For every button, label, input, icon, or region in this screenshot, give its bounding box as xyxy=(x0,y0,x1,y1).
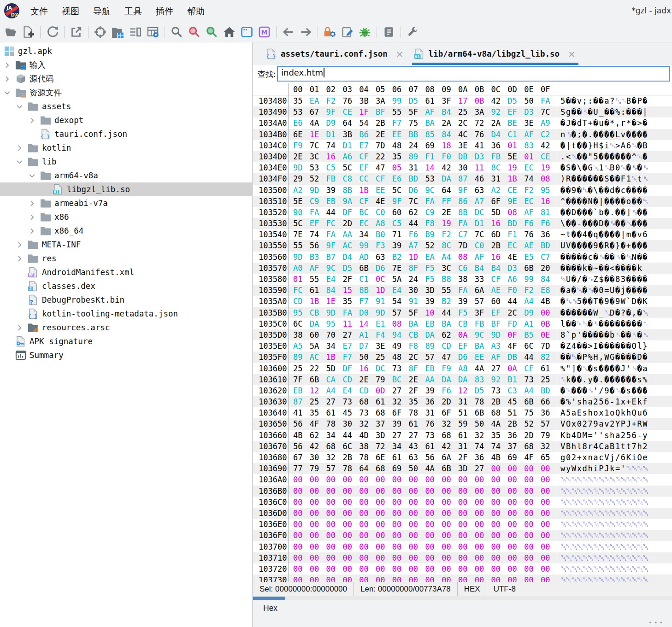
ascii-char[interactable]: 4 xyxy=(593,441,599,452)
tree-item-19[interactable]: { }kotlin-tooling-metadata.json xyxy=(0,307,252,321)
hex-byte[interactable]: C5 xyxy=(392,218,409,229)
ascii-char[interactable]: � xyxy=(583,252,588,263)
ascii-char[interactable]: � xyxy=(593,374,599,385)
hex-byte[interactable]: 27 xyxy=(392,430,409,441)
hex-byte[interactable]: F9 xyxy=(442,363,458,374)
ascii-char[interactable]: � xyxy=(626,374,632,385)
ascii-char[interactable]: � xyxy=(637,274,643,285)
hex-byte[interactable]: 6F xyxy=(442,407,458,418)
hex-byte[interactable]: B7 xyxy=(326,252,343,263)
hex-byte[interactable]: 36 xyxy=(475,452,491,463)
hex-byte[interactable]: D6 xyxy=(376,263,392,274)
hex-byte[interactable]: 00 xyxy=(376,563,392,574)
ascii-char[interactable]: ␔ xyxy=(583,318,588,329)
hex-byte[interactable]: 6D xyxy=(491,229,508,240)
ascii-char[interactable]: E xyxy=(577,407,583,418)
hex-byte[interactable]: 57 xyxy=(392,307,409,318)
hex-byte[interactable]: 76 xyxy=(342,95,359,106)
text-search-icon[interactable] xyxy=(170,25,183,39)
ascii-char[interactable]: ␈ xyxy=(615,252,621,263)
ascii-char[interactable]: ␀ xyxy=(643,519,648,530)
ascii-char[interactable]: W xyxy=(643,418,648,429)
hex-byte[interactable]: 00 xyxy=(310,530,326,541)
hex-byte[interactable]: 15 xyxy=(342,285,359,296)
hex-byte[interactable]: 35 xyxy=(310,407,326,418)
ascii-char[interactable]: ␀ xyxy=(604,530,610,541)
hex-byte[interactable]: 8B xyxy=(359,285,376,296)
hex-byte[interactable]: 42 xyxy=(442,441,458,452)
ascii-char[interactable]: h xyxy=(626,407,632,418)
ascii-char[interactable]: > xyxy=(615,140,621,151)
ascii-char[interactable]: ␀ xyxy=(632,530,637,541)
tree-item-16[interactable]: MFAndroidManifest.xml xyxy=(0,265,252,279)
hex-byte[interactable]: 00 xyxy=(376,574,392,582)
ascii-char[interactable]: ␀ xyxy=(566,552,572,563)
hex-byte[interactable]: 00 xyxy=(458,563,475,574)
ascii-char[interactable]: P xyxy=(599,463,604,474)
ascii-char[interactable]: k xyxy=(637,396,643,407)
ascii-char[interactable]: � xyxy=(604,207,610,218)
ascii-char[interactable]: ␀ xyxy=(610,486,615,497)
hex-byte[interactable]: F6 xyxy=(541,218,557,229)
ascii-char[interactable]: � xyxy=(621,352,626,363)
ascii-char[interactable]: ␀ xyxy=(637,552,643,563)
hex-byte[interactable]: FC xyxy=(293,285,310,296)
main-activity-icon[interactable] xyxy=(222,25,236,39)
hex-byte[interactable]: 00 xyxy=(541,307,557,318)
ascii-char[interactable]: ␀ xyxy=(637,541,643,552)
ascii-char[interactable]: ␀ xyxy=(632,574,637,582)
ascii-char[interactable]: ␀ xyxy=(632,563,637,574)
ascii-char[interactable]: � xyxy=(604,363,610,374)
ascii-char[interactable]: ␀ xyxy=(615,519,621,530)
hex-byte[interactable]: DB xyxy=(507,352,524,363)
ascii-char[interactable]: ␀ xyxy=(621,486,626,497)
hex-byte[interactable]: 00 xyxy=(491,508,508,519)
hex-byte[interactable]: 2E xyxy=(359,374,376,385)
ascii-char[interactable]: � xyxy=(583,307,588,318)
ascii-char[interactable]: ␀ xyxy=(604,563,610,574)
ascii-char[interactable]: � xyxy=(577,374,583,385)
ascii-char[interactable]: k xyxy=(566,374,572,385)
hex-byte[interactable]: 25 xyxy=(293,363,310,374)
ascii-char[interactable]: � xyxy=(632,318,637,329)
hex-byte[interactable]: 6B xyxy=(359,263,376,274)
hex-byte[interactable]: BD xyxy=(541,240,557,251)
hex-byte[interactable]: 00 xyxy=(293,530,310,541)
hex-byte[interactable]: CB xyxy=(310,307,326,318)
hex-byte[interactable]: 64 xyxy=(359,463,376,474)
hex-byte[interactable]: EE xyxy=(475,352,491,363)
tree-collapsed-arrow-icon[interactable] xyxy=(16,255,28,262)
hex-byte[interactable]: EB xyxy=(425,318,442,329)
hex-byte[interactable]: 76 xyxy=(524,229,541,240)
ascii-char[interactable]: ␘ xyxy=(610,140,615,151)
hex-byte[interactable]: 16 xyxy=(359,363,376,374)
quick-edit-icon[interactable] xyxy=(340,25,354,39)
hex-byte[interactable]: 62 xyxy=(409,207,425,218)
hex-byte[interactable]: 3D xyxy=(458,463,475,474)
hex-byte[interactable]: 6C xyxy=(342,441,359,452)
ascii-char[interactable]: ␀ xyxy=(577,497,583,508)
hex-byte[interactable]: DA xyxy=(310,318,326,329)
hex-byte[interactable]: BF xyxy=(376,106,392,117)
hex-byte[interactable]: 44 xyxy=(326,207,343,218)
hex-byte[interactable]: 68 xyxy=(376,463,392,474)
tree-item-8[interactable]: lib xyxy=(0,155,252,169)
ascii-char[interactable]: ␀ xyxy=(626,463,632,474)
ascii-char[interactable]: ␀ xyxy=(577,474,583,485)
hex-byte[interactable]: 6B xyxy=(310,374,326,385)
hex-byte[interactable]: 0A xyxy=(507,363,524,374)
hex-byte[interactable]: F5 xyxy=(425,274,442,285)
ascii-char[interactable]: � xyxy=(615,229,621,240)
ascii-char[interactable]: � xyxy=(626,340,632,352)
hex-byte[interactable]: 5F xyxy=(409,106,425,117)
ascii-char[interactable]: ␀ xyxy=(588,519,593,530)
ascii-char[interactable]: � xyxy=(588,363,593,374)
hex-byte[interactable]: 00 xyxy=(524,574,541,582)
ascii-char[interactable]: � xyxy=(572,173,577,184)
ascii-char[interactable]: ␀ xyxy=(643,508,648,519)
ascii-char[interactable]: � xyxy=(577,185,583,196)
ascii-char[interactable]: � xyxy=(615,207,621,218)
tree-collapsed-arrow-icon[interactable] xyxy=(4,62,15,69)
ascii-char[interactable]: � xyxy=(621,318,626,329)
ascii-char[interactable]: x xyxy=(621,396,626,407)
